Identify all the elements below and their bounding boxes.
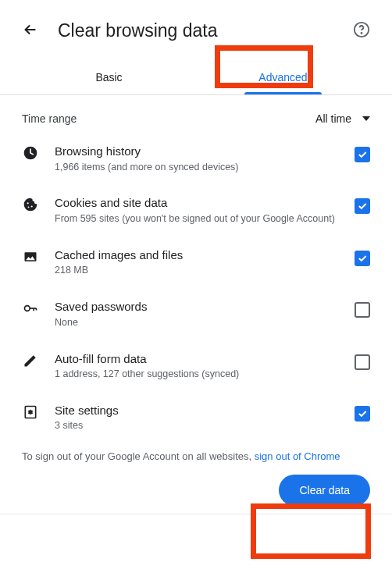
svg-point-4 xyxy=(31,206,33,208)
option-cached[interactable]: Cached images and files 218 MB xyxy=(22,237,370,288)
back-arrow-icon[interactable] xyxy=(22,21,39,41)
option-desc: 218 MB xyxy=(55,264,339,277)
tabs: Basic Advanced xyxy=(22,63,370,94)
option-title: Browsing history xyxy=(55,144,339,159)
image-icon xyxy=(22,247,39,265)
checkbox[interactable] xyxy=(355,406,370,422)
option-desc: 3 sites xyxy=(55,419,339,432)
option-title: Cached images and files xyxy=(55,247,339,263)
cookie-icon xyxy=(22,195,39,212)
checkbox[interactable] xyxy=(355,198,370,214)
footer-text: To sign out of your Google Account on al… xyxy=(22,450,255,462)
page-title: Clear browsing data xyxy=(58,20,334,41)
checkbox[interactable] xyxy=(355,302,370,318)
option-browsing-history[interactable]: Browsing history 1,966 items (and more o… xyxy=(22,133,370,184)
sign-out-link[interactable]: sign out of Chrome xyxy=(255,450,340,462)
clear-data-button[interactable]: Clear data xyxy=(279,475,370,506)
option-list: Browsing history 1,966 items (and more o… xyxy=(22,133,370,443)
footer-note: To sign out of your Google Account on al… xyxy=(22,450,370,464)
option-site-settings[interactable]: Site settings 3 sites xyxy=(22,392,370,443)
help-icon[interactable] xyxy=(353,21,370,41)
option-passwords[interactable]: Saved passwords None xyxy=(22,288,370,340)
option-cookies[interactable]: Cookies and site data From 595 sites (yo… xyxy=(22,184,370,236)
option-desc: 1,966 items (and more on synced devices) xyxy=(55,161,339,174)
option-title: Auto-fill form data xyxy=(55,351,339,367)
svg-point-9 xyxy=(29,411,32,414)
svg-point-5 xyxy=(28,207,30,208)
tab-advanced-label: Advanced xyxy=(258,71,307,84)
svg-point-3 xyxy=(27,203,29,205)
tab-advanced[interactable]: Advanced xyxy=(196,63,370,94)
header: Clear browsing data xyxy=(22,20,370,41)
time-range-value: All time xyxy=(315,112,351,125)
option-title: Site settings xyxy=(55,403,339,418)
svg-point-1 xyxy=(361,33,362,34)
checkbox[interactable] xyxy=(355,251,370,266)
time-range-label: Time range xyxy=(22,112,77,125)
option-title: Saved passwords xyxy=(55,299,339,315)
option-desc: 1 address, 127 other suggestions (synced… xyxy=(55,368,339,381)
option-autofill[interactable]: Auto-fill form data 1 address, 127 other… xyxy=(22,340,370,392)
tab-basic[interactable]: Basic xyxy=(22,63,196,94)
checkbox[interactable] xyxy=(355,354,370,370)
key-icon xyxy=(22,299,39,316)
svg-point-7 xyxy=(25,306,30,311)
time-range-row[interactable]: Time range All time xyxy=(22,95,370,133)
clock-icon xyxy=(22,144,39,161)
time-range-select[interactable]: All time xyxy=(315,112,370,125)
checkbox[interactable] xyxy=(355,147,370,162)
option-desc: None xyxy=(55,316,339,329)
option-title: Cookies and site data xyxy=(55,195,339,211)
dropdown-icon xyxy=(362,116,370,121)
pencil-icon xyxy=(22,351,39,368)
settings-page-icon xyxy=(22,403,39,420)
option-desc: From 595 sites (you won't be signed out … xyxy=(55,212,339,226)
bottom-divider xyxy=(0,514,392,514)
tab-underline xyxy=(244,92,321,94)
action-bar: Clear data xyxy=(22,464,370,514)
